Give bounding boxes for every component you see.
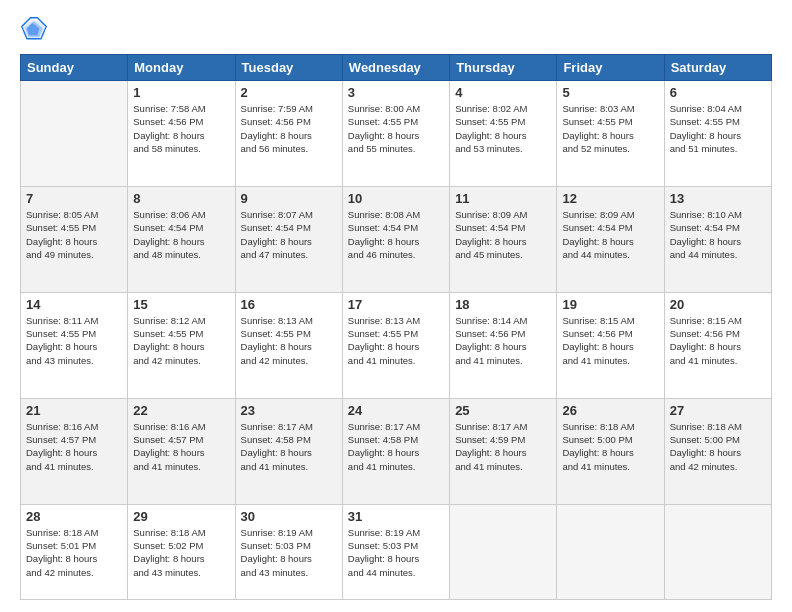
day-info: Sunrise: 8:16 AMSunset: 4:57 PMDaylight:…	[133, 420, 229, 473]
calendar-cell: 6Sunrise: 8:04 AMSunset: 4:55 PMDaylight…	[664, 81, 771, 187]
day-number: 8	[133, 191, 229, 206]
day-number: 17	[348, 297, 444, 312]
day-number: 9	[241, 191, 337, 206]
day-number: 1	[133, 85, 229, 100]
day-number: 31	[348, 509, 444, 524]
calendar-cell: 14Sunrise: 8:11 AMSunset: 4:55 PMDayligh…	[21, 292, 128, 398]
day-number: 4	[455, 85, 551, 100]
day-info: Sunrise: 8:18 AMSunset: 5:00 PMDaylight:…	[562, 420, 658, 473]
calendar-cell: 21Sunrise: 8:16 AMSunset: 4:57 PMDayligh…	[21, 398, 128, 504]
day-number: 25	[455, 403, 551, 418]
day-number: 3	[348, 85, 444, 100]
day-info: Sunrise: 8:12 AMSunset: 4:55 PMDaylight:…	[133, 314, 229, 367]
day-number: 12	[562, 191, 658, 206]
day-info: Sunrise: 8:06 AMSunset: 4:54 PMDaylight:…	[133, 208, 229, 261]
calendar-cell	[21, 81, 128, 187]
day-number: 5	[562, 85, 658, 100]
week-row-1: 1Sunrise: 7:58 AMSunset: 4:56 PMDaylight…	[21, 81, 772, 187]
day-number: 24	[348, 403, 444, 418]
calendar-cell: 15Sunrise: 8:12 AMSunset: 4:55 PMDayligh…	[128, 292, 235, 398]
day-number: 30	[241, 509, 337, 524]
day-info: Sunrise: 8:15 AMSunset: 4:56 PMDaylight:…	[562, 314, 658, 367]
calendar-cell: 22Sunrise: 8:16 AMSunset: 4:57 PMDayligh…	[128, 398, 235, 504]
day-number: 26	[562, 403, 658, 418]
calendar-table: SundayMondayTuesdayWednesdayThursdayFrid…	[20, 54, 772, 600]
day-info: Sunrise: 8:09 AMSunset: 4:54 PMDaylight:…	[455, 208, 551, 261]
day-info: Sunrise: 8:09 AMSunset: 4:54 PMDaylight:…	[562, 208, 658, 261]
weekday-header-sunday: Sunday	[21, 55, 128, 81]
day-info: Sunrise: 8:15 AMSunset: 4:56 PMDaylight:…	[670, 314, 766, 367]
day-info: Sunrise: 7:58 AMSunset: 4:56 PMDaylight:…	[133, 102, 229, 155]
weekday-header-saturday: Saturday	[664, 55, 771, 81]
calendar-cell: 7Sunrise: 8:05 AMSunset: 4:55 PMDaylight…	[21, 186, 128, 292]
day-info: Sunrise: 8:03 AMSunset: 4:55 PMDaylight:…	[562, 102, 658, 155]
day-number: 13	[670, 191, 766, 206]
calendar-cell: 27Sunrise: 8:18 AMSunset: 5:00 PMDayligh…	[664, 398, 771, 504]
day-info: Sunrise: 8:02 AMSunset: 4:55 PMDaylight:…	[455, 102, 551, 155]
day-number: 21	[26, 403, 122, 418]
day-info: Sunrise: 7:59 AMSunset: 4:56 PMDaylight:…	[241, 102, 337, 155]
calendar-cell: 28Sunrise: 8:18 AMSunset: 5:01 PMDayligh…	[21, 504, 128, 599]
calendar-cell: 16Sunrise: 8:13 AMSunset: 4:55 PMDayligh…	[235, 292, 342, 398]
weekday-header-tuesday: Tuesday	[235, 55, 342, 81]
day-info: Sunrise: 8:14 AMSunset: 4:56 PMDaylight:…	[455, 314, 551, 367]
day-info: Sunrise: 8:10 AMSunset: 4:54 PMDaylight:…	[670, 208, 766, 261]
day-number: 27	[670, 403, 766, 418]
day-info: Sunrise: 8:18 AMSunset: 5:00 PMDaylight:…	[670, 420, 766, 473]
day-info: Sunrise: 8:04 AMSunset: 4:55 PMDaylight:…	[670, 102, 766, 155]
day-number: 10	[348, 191, 444, 206]
day-info: Sunrise: 8:18 AMSunset: 5:02 PMDaylight:…	[133, 526, 229, 579]
header-row: SundayMondayTuesdayWednesdayThursdayFrid…	[21, 55, 772, 81]
day-info: Sunrise: 8:08 AMSunset: 4:54 PMDaylight:…	[348, 208, 444, 261]
week-row-2: 7Sunrise: 8:05 AMSunset: 4:55 PMDaylight…	[21, 186, 772, 292]
week-row-3: 14Sunrise: 8:11 AMSunset: 4:55 PMDayligh…	[21, 292, 772, 398]
week-row-4: 21Sunrise: 8:16 AMSunset: 4:57 PMDayligh…	[21, 398, 772, 504]
calendar-cell: 20Sunrise: 8:15 AMSunset: 4:56 PMDayligh…	[664, 292, 771, 398]
day-number: 28	[26, 509, 122, 524]
day-info: Sunrise: 8:17 AMSunset: 4:58 PMDaylight:…	[348, 420, 444, 473]
calendar-cell: 24Sunrise: 8:17 AMSunset: 4:58 PMDayligh…	[342, 398, 449, 504]
day-info: Sunrise: 8:19 AMSunset: 5:03 PMDaylight:…	[241, 526, 337, 579]
day-info: Sunrise: 8:17 AMSunset: 4:59 PMDaylight:…	[455, 420, 551, 473]
calendar-cell: 4Sunrise: 8:02 AMSunset: 4:55 PMDaylight…	[450, 81, 557, 187]
calendar-cell: 11Sunrise: 8:09 AMSunset: 4:54 PMDayligh…	[450, 186, 557, 292]
calendar-cell: 23Sunrise: 8:17 AMSunset: 4:58 PMDayligh…	[235, 398, 342, 504]
calendar-cell: 12Sunrise: 8:09 AMSunset: 4:54 PMDayligh…	[557, 186, 664, 292]
calendar-cell: 18Sunrise: 8:14 AMSunset: 4:56 PMDayligh…	[450, 292, 557, 398]
calendar-cell: 1Sunrise: 7:58 AMSunset: 4:56 PMDaylight…	[128, 81, 235, 187]
weekday-header-wednesday: Wednesday	[342, 55, 449, 81]
calendar-cell: 13Sunrise: 8:10 AMSunset: 4:54 PMDayligh…	[664, 186, 771, 292]
day-number: 16	[241, 297, 337, 312]
day-number: 6	[670, 85, 766, 100]
day-info: Sunrise: 8:13 AMSunset: 4:55 PMDaylight:…	[348, 314, 444, 367]
calendar-cell: 9Sunrise: 8:07 AMSunset: 4:54 PMDaylight…	[235, 186, 342, 292]
logo	[20, 16, 52, 44]
day-info: Sunrise: 8:07 AMSunset: 4:54 PMDaylight:…	[241, 208, 337, 261]
day-info: Sunrise: 8:11 AMSunset: 4:55 PMDaylight:…	[26, 314, 122, 367]
day-number: 18	[455, 297, 551, 312]
day-number: 7	[26, 191, 122, 206]
day-number: 19	[562, 297, 658, 312]
weekday-header-thursday: Thursday	[450, 55, 557, 81]
day-info: Sunrise: 8:18 AMSunset: 5:01 PMDaylight:…	[26, 526, 122, 579]
day-info: Sunrise: 8:13 AMSunset: 4:55 PMDaylight:…	[241, 314, 337, 367]
header	[20, 16, 772, 44]
logo-icon	[20, 16, 48, 44]
day-number: 20	[670, 297, 766, 312]
calendar-cell	[450, 504, 557, 599]
calendar-cell: 30Sunrise: 8:19 AMSunset: 5:03 PMDayligh…	[235, 504, 342, 599]
day-number: 29	[133, 509, 229, 524]
calendar-cell: 3Sunrise: 8:00 AMSunset: 4:55 PMDaylight…	[342, 81, 449, 187]
calendar-cell: 29Sunrise: 8:18 AMSunset: 5:02 PMDayligh…	[128, 504, 235, 599]
calendar-cell: 8Sunrise: 8:06 AMSunset: 4:54 PMDaylight…	[128, 186, 235, 292]
calendar-cell: 26Sunrise: 8:18 AMSunset: 5:00 PMDayligh…	[557, 398, 664, 504]
calendar-cell: 2Sunrise: 7:59 AMSunset: 4:56 PMDaylight…	[235, 81, 342, 187]
calendar-cell	[557, 504, 664, 599]
day-info: Sunrise: 8:17 AMSunset: 4:58 PMDaylight:…	[241, 420, 337, 473]
day-info: Sunrise: 8:19 AMSunset: 5:03 PMDaylight:…	[348, 526, 444, 579]
day-number: 23	[241, 403, 337, 418]
calendar-cell: 31Sunrise: 8:19 AMSunset: 5:03 PMDayligh…	[342, 504, 449, 599]
day-number: 15	[133, 297, 229, 312]
week-row-5: 28Sunrise: 8:18 AMSunset: 5:01 PMDayligh…	[21, 504, 772, 599]
page: SundayMondayTuesdayWednesdayThursdayFrid…	[0, 0, 792, 612]
